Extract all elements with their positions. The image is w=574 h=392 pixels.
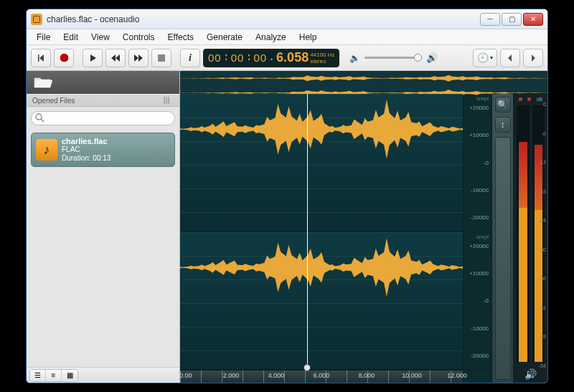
file-info: charlies.flac FLAC Duration: 00:13 <box>62 137 110 163</box>
volume-high-icon: 🔊 <box>426 52 438 63</box>
menubar: File Edit View Controls Effects Generate… <box>27 29 547 45</box>
wave-left <box>180 94 463 165</box>
speaker-icon: 🔊 <box>524 368 537 380</box>
file-list: ♪ charlies.flac FLAC Duration: 00:13 <box>27 130 179 367</box>
counter-frac: 6.058 <box>276 50 309 65</box>
grid-icon: ▦ <box>67 371 73 379</box>
file-item[interactable]: ♪ charlies.flac FLAC Duration: 00:13 <box>31 133 175 167</box>
clock-icon: 🕘 <box>477 52 489 63</box>
window-title: charlies.flac - ocenaudio <box>47 14 480 24</box>
scale-right: smpl+20000+10000-0-10000-20000 <box>464 232 491 371</box>
zoom-in-icon: 🔍 <box>497 100 508 110</box>
file-name: charlies.flac <box>62 137 110 145</box>
nav-back-button[interactable] <box>500 49 520 67</box>
app-icon <box>31 14 42 25</box>
menu-controls[interactable]: Controls <box>117 31 161 44</box>
stop-button[interactable] <box>151 49 171 67</box>
history-button[interactable]: 🕘▾ <box>473 49 497 67</box>
timeline[interactable]: 0.002.0004.0006.0008.00010.00012.000 <box>180 370 463 383</box>
sidebar-title: Opened Files <box>32 97 75 105</box>
menu-analyze[interactable]: Analyze <box>250 31 292 44</box>
view-detail-button[interactable]: ≡ <box>46 370 62 381</box>
channels-row: 0.002.0004.0006.0008.00010.00012.000 smp… <box>180 94 547 383</box>
meter-fill-left <box>519 142 527 362</box>
sidebar-footer: ☰ ≡ ▦ <box>27 367 179 383</box>
goto-start-button[interactable] <box>31 49 51 67</box>
menu-view[interactable]: View <box>85 31 116 44</box>
file-format: FLAC <box>62 145 110 154</box>
sidebar-search <box>31 111 175 125</box>
meter-body: 0-6-12-18-24-30-36-42-48-54 <box>514 104 547 365</box>
list-icon: ☰ <box>34 371 41 379</box>
play-icon <box>88 54 97 62</box>
menu-effects[interactable]: Effects <box>162 31 199 44</box>
volume-slider[interactable] <box>364 57 422 59</box>
body: Opened Files ♪ charlies.flac FLAC Durati… <box>27 71 547 383</box>
file-duration: Duration: 00:13 <box>62 154 110 163</box>
menu-generate[interactable]: Generate <box>201 31 248 44</box>
app-window: charlies.flac - ocenaudio ─ ▢ ✕ File Edi… <box>26 9 548 383</box>
audio-file-icon: ♪ <box>36 139 57 161</box>
waveform-area: 0.002.0004.0006.0008.00010.00012.000 smp… <box>180 71 547 383</box>
arrow-right-icon <box>530 54 537 62</box>
record-icon <box>60 54 68 62</box>
titlebar[interactable]: charlies.flac - ocenaudio ─ ▢ ✕ <box>27 9 547 29</box>
wave-right <box>180 232 463 303</box>
sidebar-header[interactable] <box>27 71 179 94</box>
arrow-left-icon <box>507 54 514 62</box>
maximize-button[interactable]: ▢ <box>502 13 522 26</box>
record-button[interactable] <box>54 49 74 67</box>
channel-right[interactable] <box>180 232 463 371</box>
counter-sec: 00 <box>253 52 267 64</box>
svg-point-0 <box>36 114 42 120</box>
menu-help[interactable]: Help <box>293 31 323 44</box>
nav-forward-button[interactable] <box>523 49 543 67</box>
stop-icon <box>158 54 165 62</box>
waveform-column: 0.002.0004.0006.0008.00010.00012.000 <box>180 94 463 383</box>
counter-meta: 44100 Hz stereo <box>310 52 334 64</box>
view-list-button[interactable]: ☰ <box>30 370 46 381</box>
level-meters: dB 0-6-12-18-24-30-36-42-48-54 🔊 <box>513 94 547 383</box>
close-button[interactable]: ✕ <box>523 13 543 26</box>
zoom-tools: 🔍 ↕ <box>491 94 513 383</box>
sidebar-subheader: Opened Files <box>27 94 179 107</box>
play-button[interactable] <box>83 49 103 67</box>
menu-file[interactable]: File <box>31 31 56 44</box>
waveform-overview[interactable] <box>180 71 547 94</box>
scale-left: smpl+20000+10000-0-10000-20000 <box>464 94 491 232</box>
search-input[interactable] <box>31 111 175 125</box>
forward-button[interactable] <box>128 49 149 67</box>
counter-hr: 00 <box>208 52 222 64</box>
sidebar-grip[interactable] <box>164 97 174 104</box>
view-mode-buttons: ☰ ≡ ▦ <box>29 369 78 382</box>
sample-rate-label: 44100 Hz <box>310 52 334 58</box>
volume-thumb[interactable] <box>414 54 422 62</box>
sidebar: Opened Files ♪ charlies.flac FLAC Durati… <box>27 71 180 383</box>
channel-left[interactable] <box>180 94 463 232</box>
folder-open-icon <box>34 75 52 90</box>
meter-scale: 0-6-12-18-24-30-36-42-48-54 <box>537 104 546 365</box>
rewind-icon <box>110 54 121 62</box>
zoom-vert-button[interactable]: ↕ <box>495 117 511 133</box>
volume-low-icon: 🔈 <box>349 53 360 63</box>
time-counter[interactable]: 00: 00: 00. 6.058 44100 Hz stereo <box>203 49 339 67</box>
search-icon <box>35 113 44 123</box>
svg-line-1 <box>41 119 44 122</box>
chevron-down-icon: ▾ <box>490 54 493 61</box>
rewind-button[interactable] <box>105 49 126 67</box>
info-button[interactable]: i <box>180 49 200 67</box>
counter-min: 00 <box>231 52 245 64</box>
menu-edit[interactable]: Edit <box>57 31 84 44</box>
toolbar: i 00: 00: 00. 6.058 44100 Hz stereo 🔈 🔊 … <box>27 45 547 71</box>
channels-label: stereo <box>310 58 334 64</box>
meter-bar-left <box>517 105 530 363</box>
forward-icon <box>133 54 144 62</box>
zoom-vert-icon: ↕ <box>501 120 505 130</box>
amplitude-scale-column: smpl+20000+10000-0-10000-20000 smpl+2000… <box>463 94 491 383</box>
minimize-button[interactable]: ─ <box>480 13 500 26</box>
detail-icon: ≡ <box>52 371 56 379</box>
volume-control: 🔈 🔊 <box>349 52 438 63</box>
skip-start-icon <box>37 54 45 62</box>
meter-footer[interactable]: 🔊 <box>514 365 547 383</box>
view-grid-button[interactable]: ▦ <box>62 370 77 381</box>
